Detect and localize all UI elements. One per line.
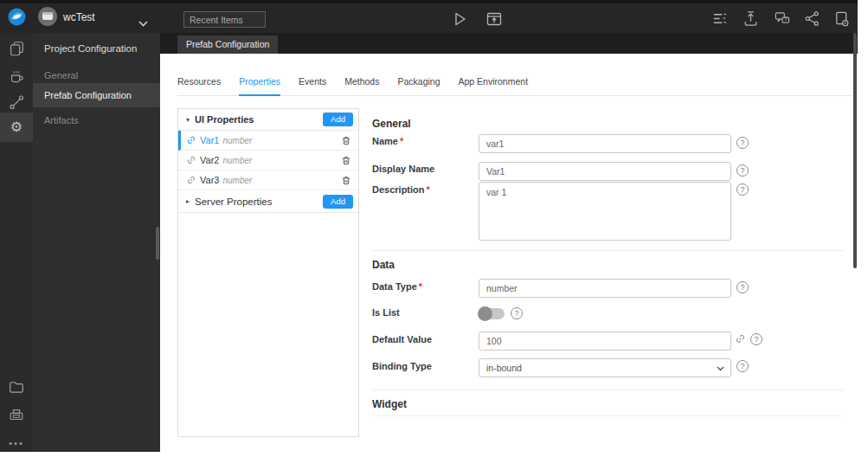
sidebar-title: Project Configuration — [33, 43, 160, 54]
property-name: Var1 — [200, 135, 219, 145]
required-marker: * — [400, 136, 403, 146]
section-divider — [372, 250, 844, 251]
topbar: wcTest ? — [0, 0, 858, 33]
project-name: wcTest — [63, 11, 95, 23]
export-logs-icon[interactable] — [0, 403, 33, 428]
tab-properties[interactable]: Properties — [239, 76, 280, 95]
general-section-title: General — [372, 118, 411, 130]
feedback-chat-icon[interactable]: ? — [774, 10, 791, 28]
export-project-icon[interactable] — [833, 10, 851, 28]
bindings-icon[interactable] — [0, 90, 33, 114]
property-type: number — [222, 136, 252, 145]
deploy-icon[interactable] — [743, 10, 760, 28]
link-icon — [185, 134, 197, 146]
data-type-help-icon[interactable]: ? — [736, 281, 749, 293]
run-preview-icon[interactable] — [451, 10, 468, 28]
property-item-var3[interactable]: Var3 number — [178, 171, 358, 190]
settings-gear-icon[interactable]: ⚙ — [0, 113, 33, 142]
property-name: Var2 — [200, 155, 219, 165]
data-section-title: Data — [372, 259, 395, 271]
description-help-icon[interactable]: ? — [736, 183, 749, 196]
property-type: number — [222, 176, 252, 185]
data-type-label: Data Type* — [372, 281, 422, 292]
property-name: Var3 — [200, 175, 219, 185]
name-label: Name* — [372, 136, 403, 146]
icon-rail: ⚙ ••• — [0, 33, 33, 452]
content-area: Resources Properties Events Methods Pack… — [160, 54, 858, 452]
server-properties-label: Server Properties — [195, 196, 272, 207]
svg-text:?: ? — [784, 16, 787, 23]
display-name-help-icon[interactable]: ? — [736, 164, 749, 177]
link-icon — [185, 154, 197, 166]
property-form: General Name* ? Display Name ? Descripti… — [372, 54, 845, 452]
bind-value-link-icon[interactable] — [734, 332, 748, 346]
delete-property-icon[interactable] — [341, 155, 351, 166]
chevron-down-icon[interactable] — [138, 15, 148, 30]
sidebar-item-prefab-configuration[interactable]: Prefab Configuration — [33, 83, 160, 107]
property-item-var1[interactable]: Var1 number — [178, 131, 358, 151]
display-name-input[interactable] — [479, 162, 731, 181]
sidebar-item-general[interactable]: General — [33, 68, 160, 83]
required-marker: * — [427, 184, 430, 195]
recent-items-input[interactable] — [183, 11, 266, 28]
screen: wcTest ? — [0, 0, 868, 457]
delete-property-icon[interactable] — [341, 175, 351, 186]
more-icon[interactable]: ••• — [0, 431, 33, 455]
tab-events[interactable]: Events — [299, 76, 326, 95]
sidebar-scrollbar[interactable] — [156, 227, 159, 260]
binding-type-value: in-bound — [486, 363, 522, 373]
sidebar-item-artifacts[interactable]: Artifacts — [33, 113, 160, 128]
app-window: wcTest ? — [0, 0, 858, 452]
data-type-input[interactable] — [479, 279, 731, 298]
server-properties-group-header[interactable]: ▸ Server Properties Add — [178, 190, 358, 213]
is-list-label: Is List — [372, 307, 400, 318]
binding-type-label: Binding Type — [372, 361, 432, 371]
wavemaker-logo-icon[interactable] — [8, 8, 26, 26]
name-help-icon[interactable]: ? — [736, 137, 749, 149]
add-ui-property-button[interactable]: Add — [323, 113, 353, 126]
files-icon[interactable] — [0, 375, 33, 399]
tab-resources[interactable]: Resources — [177, 76, 221, 95]
project-avatar — [38, 7, 57, 26]
sidebar: Project Configuration General Prefab Con… — [33, 33, 160, 452]
default-value-label: Default Value — [372, 334, 432, 344]
binding-type-select[interactable]: in-bound — [479, 358, 731, 377]
caret-down-icon: ▾ — [186, 116, 190, 124]
section-divider — [372, 389, 844, 390]
ui-properties-label: UI Properties — [195, 114, 254, 125]
java-services-icon[interactable] — [0, 64, 33, 88]
delete-property-icon[interactable] — [341, 135, 351, 146]
binding-type-help-icon[interactable]: ? — [736, 360, 749, 372]
property-item-var2[interactable]: Var2 number — [178, 151, 358, 171]
select-chevron-icon — [717, 366, 724, 371]
property-type: number — [222, 156, 252, 165]
is-list-toggle[interactable] — [479, 308, 505, 319]
properties-panel: ▾ UI Properties Add Var1 number Var2 — [177, 108, 359, 437]
caret-right-icon: ▸ — [186, 197, 190, 205]
default-value-input[interactable] — [479, 331, 731, 351]
window-scrollbar[interactable] — [853, 33, 857, 268]
document-tab-prefab-configuration[interactable]: Prefab Configuration — [177, 35, 278, 54]
publish-app-icon[interactable] — [485, 10, 503, 28]
ui-properties-group-header[interactable]: ▾ UI Properties Add — [178, 109, 358, 131]
description-label: Description* — [372, 184, 430, 195]
display-name-label: Display Name — [372, 164, 434, 174]
widget-section-title: Widget — [372, 398, 407, 410]
default-value-help-icon[interactable]: ? — [750, 333, 762, 345]
description-textarea[interactable]: var 1 — [479, 182, 731, 241]
required-marker: * — [419, 281, 422, 292]
link-icon — [185, 174, 197, 186]
document-tab-bar: Prefab Configuration — [160, 33, 858, 54]
add-server-property-button[interactable]: Add — [323, 195, 353, 209]
section-divider — [372, 415, 844, 416]
version-control-icon[interactable] — [804, 10, 821, 28]
pages-icon[interactable] — [0, 36, 33, 61]
settings-list-icon[interactable] — [711, 10, 729, 28]
name-input[interactable] — [479, 134, 731, 153]
is-list-help-icon[interactable]: ? — [511, 307, 523, 319]
